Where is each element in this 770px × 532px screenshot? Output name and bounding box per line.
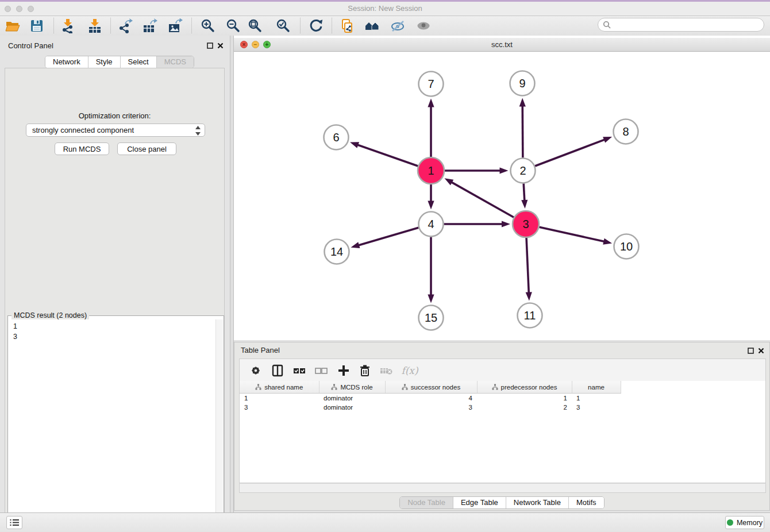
save-session-icon[interactable] bbox=[29, 18, 45, 34]
tab-select[interactable]: Select bbox=[120, 56, 156, 68]
graph-edge-1-6[interactable] bbox=[356, 144, 418, 166]
table-row[interactable]: 3dominator323 bbox=[240, 403, 621, 412]
network-canvas[interactable]: 1234678910111415 bbox=[234, 52, 770, 340]
delete-column-icon[interactable] bbox=[357, 363, 372, 378]
graph-edge-3-1[interactable] bbox=[451, 182, 514, 217]
table-row[interactable]: 1dominator411 bbox=[240, 394, 621, 403]
tab-style[interactable]: Style bbox=[88, 56, 120, 68]
graph-arrowhead-3-11 bbox=[526, 292, 532, 300]
toolbar-separator bbox=[300, 18, 301, 33]
column-manager-icon[interactable] bbox=[270, 363, 285, 378]
table-cell[interactable]: 3 bbox=[385, 403, 477, 412]
float-panel-icon[interactable] bbox=[207, 41, 214, 48]
graph-arrowhead-1-4 bbox=[428, 201, 434, 210]
memory-status-icon bbox=[727, 519, 733, 526]
node-table-grid: shared nameMCDS rolesuccessor nodesprede… bbox=[240, 381, 621, 412]
search-input[interactable] bbox=[613, 20, 764, 30]
tab-network[interactable]: Network bbox=[45, 56, 88, 68]
table-hscroll[interactable] bbox=[239, 483, 766, 493]
export-network-icon[interactable] bbox=[117, 18, 133, 34]
hide-selected-icon[interactable] bbox=[390, 18, 406, 34]
first-neighbors-icon[interactable] bbox=[364, 18, 380, 34]
table-cell[interactable]: 4 bbox=[385, 394, 477, 403]
clone-network-icon[interactable] bbox=[339, 18, 355, 34]
optimization-criterion-select[interactable]: strongly connected component bbox=[26, 124, 205, 137]
table-cell[interactable]: 1 bbox=[572, 394, 621, 403]
zoom-selected-icon[interactable] bbox=[275, 18, 291, 34]
run-mcds-button[interactable]: Run MCDS bbox=[55, 142, 109, 155]
import-table-icon[interactable] bbox=[87, 18, 103, 34]
table-settings-icon[interactable] bbox=[248, 363, 263, 378]
graph-edge-2-8[interactable] bbox=[535, 139, 606, 166]
export-image-icon[interactable] bbox=[167, 18, 183, 34]
memory-button[interactable]: Memory bbox=[725, 516, 764, 529]
function-builder-icon-disabled: f(x) bbox=[399, 363, 420, 378]
graph-arrowhead-2-8 bbox=[603, 137, 612, 143]
table-cell[interactable]: 2 bbox=[477, 403, 572, 412]
graph-node-label-11: 11 bbox=[524, 309, 536, 322]
graph-edge-3-10[interactable] bbox=[539, 227, 605, 242]
column-header-shared-name[interactable]: shared name bbox=[240, 381, 319, 394]
control-panel-title: Control Panel bbox=[8, 41, 53, 50]
tab-mcds[interactable]: MCDS bbox=[156, 56, 194, 68]
dropdown-value: strongly connected component bbox=[32, 126, 134, 134]
select-all-checks-icon[interactable] bbox=[292, 363, 307, 378]
result-line: 1 bbox=[13, 321, 216, 331]
add-column-icon[interactable] bbox=[336, 363, 351, 378]
tab-motifs[interactable]: Motifs bbox=[568, 497, 604, 508]
graph-edge-3-11[interactable] bbox=[526, 238, 529, 294]
apply-layout-icon[interactable] bbox=[308, 18, 324, 34]
graph-arrowhead-2-3 bbox=[521, 200, 528, 209]
graph-arrowhead-4-15 bbox=[428, 295, 434, 303]
network-window-titlebar[interactable]: × − + scc.txt bbox=[234, 38, 770, 52]
sort-icon bbox=[331, 384, 337, 390]
tab-node-table[interactable]: Node Table bbox=[400, 497, 453, 508]
search-icon bbox=[603, 21, 611, 29]
sort-icon bbox=[402, 384, 408, 390]
task-history-button[interactable] bbox=[6, 516, 22, 529]
graph-node-label-4: 4 bbox=[428, 218, 434, 230]
column-header-name[interactable]: name bbox=[572, 381, 621, 394]
graph-arrowhead-1-2 bbox=[500, 167, 509, 174]
memory-label: Memory bbox=[737, 519, 763, 527]
graph-edge-2-3[interactable] bbox=[523, 183, 525, 202]
tab-edge-table[interactable]: Edge Table bbox=[453, 497, 506, 508]
toolbar-separator bbox=[332, 18, 332, 33]
export-table-icon[interactable] bbox=[142, 18, 158, 34]
column-header-successor-nodes[interactable]: successor nodes bbox=[385, 381, 477, 394]
column-header-predecessor-nodes[interactable]: predecessor nodes bbox=[477, 381, 572, 394]
search-field[interactable] bbox=[598, 18, 764, 32]
mcds-result-text[interactable]: 13 bbox=[9, 319, 216, 532]
table-cell[interactable]: dominator bbox=[319, 403, 385, 412]
zoom-in-icon[interactable] bbox=[200, 18, 216, 34]
open-file-icon[interactable] bbox=[5, 18, 21, 34]
table-cell[interactable]: 3 bbox=[240, 403, 319, 412]
close-table-panel-icon[interactable] bbox=[758, 346, 765, 353]
graph-edge-4-14[interactable] bbox=[357, 228, 418, 245]
table-cell[interactable]: 1 bbox=[240, 394, 319, 403]
graph-node-label-3: 3 bbox=[522, 218, 529, 230]
delete-table-icon-disabled bbox=[379, 363, 394, 378]
close-panel-button[interactable]: Close panel bbox=[117, 142, 176, 155]
column-header-MCDS-role[interactable]: MCDS role bbox=[319, 381, 385, 394]
table-cell[interactable]: dominator bbox=[319, 394, 385, 403]
table-cell[interactable]: 3 bbox=[572, 403, 621, 412]
zoom-fit-icon[interactable] bbox=[247, 18, 263, 34]
graph-node-label-6: 6 bbox=[333, 131, 339, 144]
table-cell[interactable]: 1 bbox=[477, 394, 572, 403]
float-table-panel-icon[interactable] bbox=[748, 346, 754, 353]
sort-icon bbox=[492, 384, 498, 390]
graph-arrowhead-3-1 bbox=[445, 178, 454, 185]
result-scrollbar[interactable] bbox=[215, 319, 223, 532]
graph-arrowhead-4-3 bbox=[502, 221, 510, 227]
table-toolbar: f(x) bbox=[239, 358, 766, 381]
panel-splitter[interactable] bbox=[230, 36, 234, 512]
close-panel-icon[interactable] bbox=[217, 41, 224, 48]
zoom-out-icon[interactable] bbox=[225, 18, 241, 34]
graph-edge-2-9[interactable] bbox=[522, 105, 523, 157]
import-network-icon[interactable] bbox=[60, 18, 76, 34]
graph-node-label-7: 7 bbox=[428, 78, 434, 90]
tab-network-table[interactable]: Network Table bbox=[506, 497, 568, 508]
show-all-icon[interactable] bbox=[415, 18, 432, 34]
deselect-checks-icon[interactable] bbox=[314, 363, 329, 378]
